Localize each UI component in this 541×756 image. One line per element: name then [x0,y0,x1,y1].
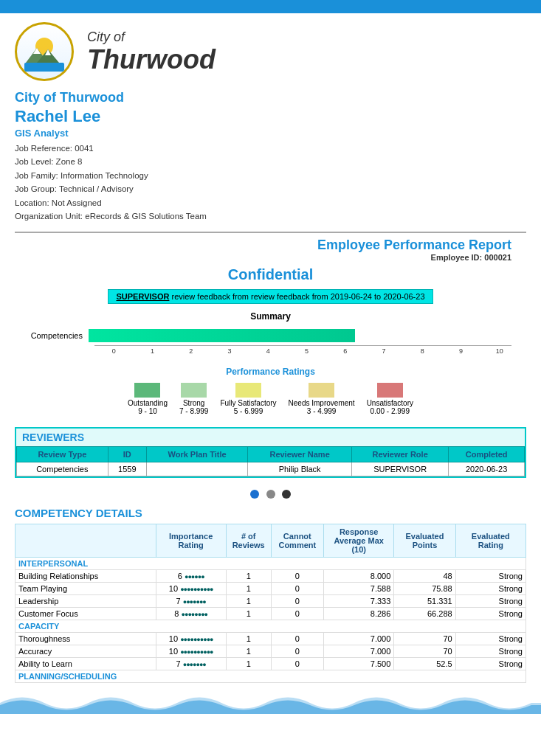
cd-row-name: Thoroughness [15,633,156,645]
pr-label-1: Strong [183,399,204,407]
pr-label-0: Outstanding [128,399,168,407]
cd-row-rating: Strong [455,583,526,595]
axis-6: 6 [326,347,365,355]
org-unit: Organization Unit: eRecords & GIS Soluti… [15,209,526,223]
cd-row-avg: 7.333 [324,595,394,608]
cd-th-reviews: # of Reviews [226,524,271,558]
cd-row-0-2: Leadership 7 ●●●●●●● 1 0 7.333 51.331 St… [15,595,526,608]
cd-row-0-0: Building Relationships 6 ●●●●●● 1 0 8.00… [15,570,526,583]
cd-row-importance: 6 ●●●●●● [156,570,226,583]
confidential-section: Confidential SUPERVISOR review feedback … [0,262,541,308]
pr-item-1: Strong 7 - 8.999 [179,383,208,415]
reviewer-workplan [146,462,247,476]
reviewers-th-5: Completed [449,447,525,462]
cd-row-avg: 7.000 [324,645,394,658]
dot-1[interactable] [250,490,259,499]
cd-row-cannot: 0 [271,583,323,595]
reviewers-th-2: Work Plan Title [146,447,247,462]
job-ref: Job Reference: 0041 [15,142,526,155]
axis-1: 1 [133,347,171,355]
pr-item-0: Outstanding 9 - 10 [128,383,168,415]
supervisor-label: SUPERVISOR [116,292,169,301]
reviewer-completed: 2020-06-23 [449,462,525,476]
axis-2: 2 [172,347,210,355]
wave-bottom [0,692,541,714]
supervisor-review-text: review feedback from [171,292,251,301]
cd-row-points: 51.331 [394,595,455,608]
dot-2[interactable] [266,490,275,499]
cd-header-row: Importance Rating # of Reviews Cannot Co… [15,524,526,558]
cd-row-reviews: 1 [226,570,271,583]
location: Location: Not Assigned [15,196,526,209]
cd-row-1-1: Accuracy 10 ●●●●●●●●●● 1 0 7.000 70 Stro… [15,645,526,658]
cd-row-avg: 7.500 [324,658,394,670]
axis-7: 7 [365,347,403,355]
pr-label-2: Fully Satisfactory [220,399,276,407]
chart-axis: 0 1 2 3 4 5 6 7 8 9 10 [94,346,519,355]
cd-th-points: Evaluated Points [394,524,455,558]
pr-range-4: 0.00 - 2.999 [371,407,410,415]
cd-row-rating: Strong [455,608,526,620]
cd-row-points: 70 [394,645,455,658]
cd-section-name-2: PLANNING/SCHEDULING [15,670,526,683]
cd-th-avg: Response Average Max (10) [324,524,394,558]
confidential-text: Confidential [15,266,526,283]
competency-details: COMPETENCY DETAILS Importance Rating # o… [0,504,541,689]
cd-row-reviews: 1 [226,645,271,658]
cd-row-name: Customer Focus [15,608,156,620]
cd-row-points: 48 [394,570,455,583]
cd-row-importance: 10 ●●●●●●●●●● [156,583,226,595]
pr-label-3: Needs Improvement [289,399,355,407]
cd-row-avg: 7.588 [324,583,394,595]
cd-row-reviews: 1 [226,595,271,608]
axis-9: 9 [441,347,480,355]
reviewers-th-1: ID [108,447,146,462]
city-title: City of Thurwood [15,90,526,105]
dot-3[interactable] [282,490,291,499]
cd-row-rating: Strong [455,658,526,670]
summary-section: Summary Competencies 0 1 2 3 4 5 6 7 8 9… [0,308,541,361]
cd-row-name: Building Relationships [15,570,156,583]
person-name: Rachel Lee [15,107,526,126]
thurwood-label: Thurwood [87,45,216,74]
svg-rect-3 [24,63,64,72]
pr-color-2 [235,383,261,398]
chart-row: Competencies [22,329,519,342]
reviewers-title: REVIEWERS [16,429,525,446]
cd-th-rating: Evaluated Rating [455,524,526,558]
cd-row-cannot: 0 [271,658,323,670]
reviewers-section: REVIEWERS Review TypeIDWork Plan TitleRe… [15,427,526,478]
axis-4: 4 [249,347,287,355]
pr-color-3 [309,383,334,398]
cd-table: Importance Rating # of Reviews Cannot Co… [15,524,526,683]
reviewer-name: Philip Black [248,462,352,476]
job-title: GIS Analyst [15,128,526,139]
cd-row-importance: 8 ●●●●●●●● [156,608,226,620]
pr-item-4: Unsatisfactory 0.00 - 2.999 [367,383,413,415]
cd-row-points: 52.5 [394,658,455,670]
cd-row-avg: 8.286 [324,608,394,620]
cd-row-name: Accuracy [15,645,156,658]
cd-section-name-0: INTERPERSONAL [15,558,526,570]
cd-row-importance: 10 ●●●●●●●●●● [156,645,226,658]
reviewers-th-3: Reviewer Name [248,447,352,462]
city-logo [15,22,74,81]
axis-10: 10 [480,347,519,355]
header-section: City of Thurwood [0,13,541,87]
cd-row-reviews: 1 [226,583,271,595]
cd-row-importance: 10 ●●●●●●●●●● [156,633,226,645]
reviewer-type: Competencies [17,462,108,476]
axis-5: 5 [287,347,325,355]
reviewers-row-0: Competencies 1559 Philip Black SUPERVISO… [17,462,525,476]
cd-row-points: 70 [394,633,455,645]
cd-row-points: 66.288 [394,608,455,620]
reviewers-header-row: Review TypeIDWork Plan TitleReviewer Nam… [17,447,525,462]
cd-row-reviews: 1 [226,608,271,620]
cd-row-cannot: 0 [271,608,323,620]
cd-row-1-2: Ability to Learn 7 ●●●●●●● 1 0 7.500 52.… [15,658,526,670]
cd-row-cannot: 0 [271,595,323,608]
job-details: Job Reference: 0041 Job Level: Zone 8 Jo… [15,142,526,223]
cd-row-1-0: Thoroughness 10 ●●●●●●●●●● 1 0 7.000 70 … [15,633,526,645]
chart-label: Competencies [22,331,89,340]
axis-3: 3 [210,347,249,355]
